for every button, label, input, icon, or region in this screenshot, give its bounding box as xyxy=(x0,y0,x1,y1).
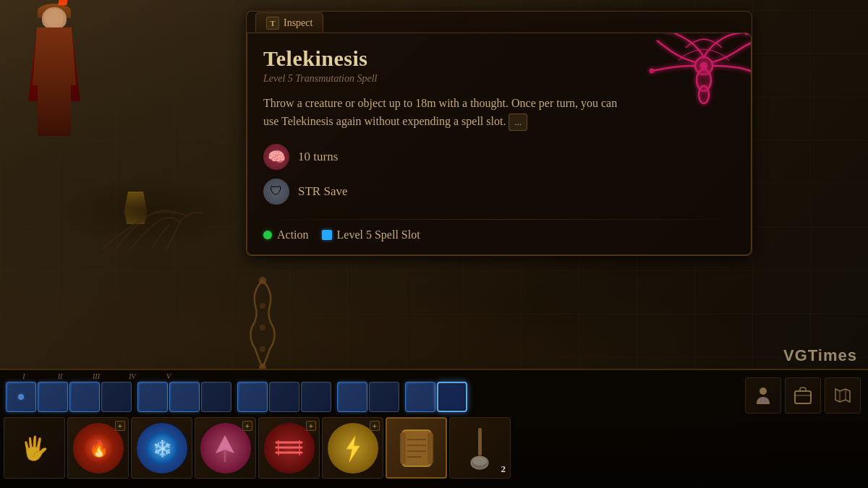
stat-row-save: 🛡 STR Save xyxy=(263,179,735,205)
spell-slot-2-2[interactable] xyxy=(169,382,200,412)
hotbar-shovel-button[interactable]: 2 xyxy=(449,417,511,479)
shovel-svg xyxy=(464,427,496,470)
hotbar-spell-3[interactable]: + xyxy=(195,417,256,479)
svg-point-10 xyxy=(260,325,265,330)
spider-rune-svg xyxy=(646,33,752,134)
svg-rect-39 xyxy=(478,428,482,455)
character-panel-icon xyxy=(753,385,773,406)
spell-slot-3-2[interactable] xyxy=(269,382,299,412)
spell-stats: 🧠 10 turns 🛡 STR Save xyxy=(263,144,735,205)
spell-slot-3-3[interactable] xyxy=(301,382,331,412)
svg-rect-16 xyxy=(795,391,811,403)
panel-icon-1[interactable] xyxy=(745,377,781,414)
hand-icon: 🖐 xyxy=(20,435,49,462)
spell-description: Throw a creature or object up to 18m wit… xyxy=(263,95,618,131)
save-value: STR Save xyxy=(298,184,347,199)
panel-icon-2[interactable] xyxy=(785,377,821,414)
spell-4-plus: + xyxy=(306,421,316,431)
spell-slot-4-2[interactable] xyxy=(369,382,399,412)
panel-icon-3[interactable] xyxy=(825,377,861,414)
spell-5-svg xyxy=(338,433,368,463)
spell-slot-1-3[interactable] xyxy=(69,382,100,412)
inspect-tab-label: Inspect xyxy=(284,17,312,29)
ground-area xyxy=(58,177,246,249)
action-item: Action xyxy=(263,228,309,241)
hotbar-spell-4[interactable]: + xyxy=(258,417,320,479)
slot-group-2 xyxy=(137,382,231,412)
spell-2-icon: ❄️ xyxy=(137,423,187,474)
spell-slot-5-selected[interactable] xyxy=(437,382,467,412)
spell-5-plus: + xyxy=(370,421,380,431)
svg-text:❄️: ❄️ xyxy=(152,439,172,458)
shovel-count: 2 xyxy=(501,463,506,475)
action-row: Action Level 5 Spell Slot xyxy=(263,228,735,241)
turns-icon: 🧠 xyxy=(263,144,289,170)
spell-2-svg: ❄️ xyxy=(144,430,180,466)
spell-slot-1-2[interactable] xyxy=(38,382,68,412)
char-head xyxy=(42,7,67,29)
svg-rect-15 xyxy=(765,398,766,403)
spell-slots-section: I II III IV V xyxy=(0,370,608,414)
tooltip-body: Telekinesis Level 5 Transmutation Spell … xyxy=(247,33,752,255)
svg-rect-32 xyxy=(402,430,431,466)
hotbar-scroll-button[interactable] xyxy=(386,417,447,479)
inspect-tab[interactable]: T Inspect xyxy=(255,12,323,33)
svg-point-2 xyxy=(699,86,709,103)
svg-point-3 xyxy=(701,63,707,69)
spell-slot-label: Level 5 Spell Slot xyxy=(337,228,420,241)
spell-4-svg xyxy=(273,432,305,464)
spell-slot-2-1[interactable] xyxy=(137,382,168,412)
character-figure xyxy=(22,7,87,152)
spell-slot-1-1[interactable] xyxy=(6,382,36,412)
svg-point-11 xyxy=(260,346,265,352)
spell-slot-5-1[interactable] xyxy=(405,382,435,412)
slot-group-3 xyxy=(237,382,331,412)
spell-slot-3-1[interactable] xyxy=(237,382,268,412)
roman-label-1: I xyxy=(6,372,42,380)
svg-point-5 xyxy=(745,33,749,34)
ornament-svg xyxy=(244,277,281,371)
watermark: VGTimes xyxy=(783,346,857,365)
spell-slot-2-3[interactable] xyxy=(201,382,231,412)
svg-marker-18 xyxy=(835,389,850,402)
turns-value: 10 turns xyxy=(298,150,338,164)
char-body xyxy=(33,27,76,85)
hotbar-spell-1[interactable]: 🔥 + xyxy=(67,417,129,479)
spell-slot-item: Level 5 Spell Slot xyxy=(322,228,420,241)
hotbar-spell-2[interactable]: ❄️ xyxy=(131,417,192,479)
svg-marker-31 xyxy=(346,436,359,462)
ornament-left xyxy=(244,277,281,371)
svg-text:🔥: 🔥 xyxy=(88,439,109,458)
save-icon: 🛡 xyxy=(263,179,289,205)
spell-slot-pips xyxy=(6,382,608,412)
svg-point-13 xyxy=(760,388,767,395)
svg-rect-33 xyxy=(400,432,406,464)
action-label: Action xyxy=(277,228,309,241)
more-button[interactable]: ... xyxy=(509,114,527,131)
stat-row-turns: 🧠 10 turns xyxy=(263,144,735,170)
roman-label-2: II xyxy=(42,372,78,380)
svg-rect-34 xyxy=(427,432,433,464)
spell-1-plus: + xyxy=(115,421,125,431)
hotbar-spell-5[interactable]: + xyxy=(322,417,383,479)
hotbar-row: 🖐 🔥 + xyxy=(0,414,868,482)
roman-label-3: III xyxy=(78,372,114,380)
spell-3-plus: + xyxy=(242,421,252,431)
spell-1-svg: 🔥 xyxy=(80,430,116,466)
spell-slot-1-4[interactable] xyxy=(101,382,132,412)
slot-group-1 xyxy=(6,382,132,412)
tab-key-indicator: T xyxy=(266,17,279,30)
inventory-panel-icon xyxy=(793,385,813,406)
right-panel-icons xyxy=(745,377,861,414)
svg-point-41 xyxy=(472,457,487,466)
spell-slot-4-1[interactable] xyxy=(337,382,367,412)
char-helmet-plume xyxy=(58,0,69,5)
action-dot xyxy=(263,231,272,239)
svg-point-8 xyxy=(259,277,266,284)
hotbar-hand-button[interactable]: 🖐 xyxy=(4,417,65,479)
map-panel-icon xyxy=(833,385,853,406)
slot-group-5 xyxy=(405,382,467,412)
roots-svg xyxy=(58,177,246,249)
rune-decoration xyxy=(646,33,752,134)
character-area xyxy=(0,0,246,369)
